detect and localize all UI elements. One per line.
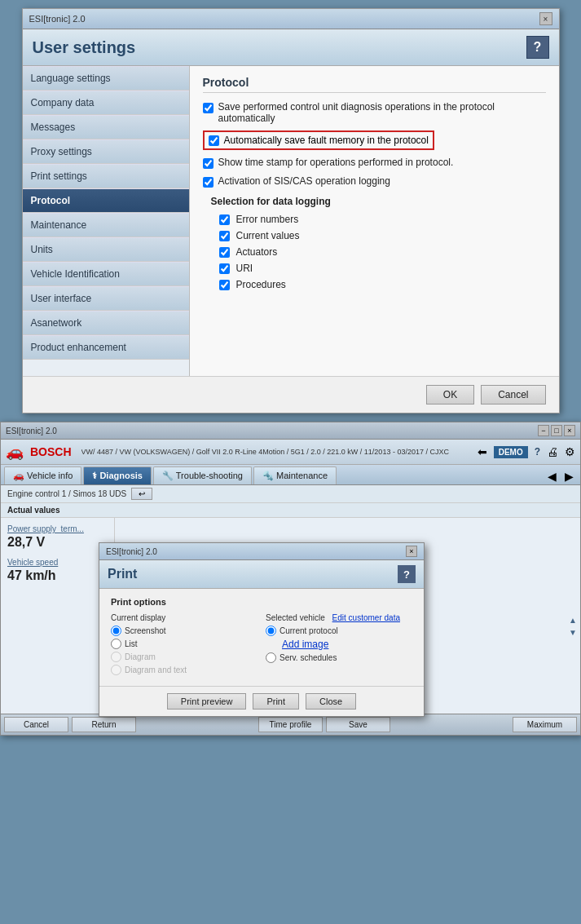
sidebar-item-vehicle-identification[interactable]: Vehicle Identification bbox=[23, 262, 189, 286]
scroll-up-icon[interactable]: ▲ bbox=[569, 616, 577, 625]
checkbox-error-numbers[interactable] bbox=[219, 214, 230, 225]
breadcrumb-path: Engine control 1 / Simos 18 UDS bbox=[7, 489, 126, 498]
close-button[interactable]: × bbox=[564, 425, 575, 436]
spacer2 bbox=[394, 717, 509, 732]
sidebar-item-units[interactable]: Units bbox=[23, 237, 189, 262]
sidebar-item-maintenance[interactable]: Maintenance bbox=[23, 213, 189, 237]
print-option-current-protocol: Current protocol bbox=[266, 626, 412, 636]
vehicle-speed-value: 47 km/h bbox=[7, 568, 108, 583]
sidebar-item-company-data[interactable]: Company data bbox=[23, 91, 189, 115]
sidebar-item-messages[interactable]: Messages bbox=[23, 115, 189, 139]
print-dialog-heading: Print bbox=[108, 567, 137, 581]
label-actuators: Actuators bbox=[236, 246, 278, 258]
edit-customer-data-link[interactable]: Edit customer data bbox=[332, 613, 400, 622]
label-serv-schedules: Serv. schedules bbox=[279, 653, 337, 662]
sidebar-item-asanetwork[interactable]: Asanetwork bbox=[23, 311, 189, 335]
print-preview-button[interactable]: Print preview bbox=[167, 693, 247, 710]
add-image-link[interactable]: Add image bbox=[282, 639, 328, 650]
sidebar-item-proxy-settings[interactable]: Proxy settings bbox=[23, 139, 189, 164]
print-button[interactable]: Print bbox=[253, 693, 299, 710]
tab-next-icon[interactable]: ▶ bbox=[561, 468, 577, 484]
help-button[interactable]: ? bbox=[526, 36, 549, 59]
cancel-bottom-button[interactable]: Cancel bbox=[4, 717, 68, 732]
settings-footer: OK Cancel bbox=[23, 376, 559, 413]
label-list: List bbox=[125, 639, 138, 648]
checkbox-current-values[interactable] bbox=[219, 231, 230, 241]
save-button[interactable]: Save bbox=[326, 717, 390, 732]
spacer bbox=[139, 717, 255, 732]
time-profile-button[interactable]: Time profile bbox=[258, 717, 323, 732]
print-option-diagram: Diagram bbox=[111, 652, 257, 662]
close-print-button[interactable]: Close bbox=[306, 693, 356, 710]
print-col2: Selected vehicle Edit customer data Curr… bbox=[266, 613, 412, 678]
selected-vehicle-label: Selected vehicle bbox=[266, 613, 325, 622]
nav-back-icon[interactable]: ⬅ bbox=[478, 445, 487, 458]
tab-vehicle-info[interactable]: 🚗 Vehicle info bbox=[4, 466, 81, 484]
print-option-diagram-text: Diagram and text bbox=[111, 665, 257, 675]
label-error-numbers: Error numbers bbox=[236, 214, 299, 225]
print-option-screenshot: Screenshot bbox=[111, 626, 257, 636]
settings-title: User settings bbox=[33, 38, 136, 57]
print-icon[interactable]: 🖨 bbox=[547, 445, 558, 458]
checkbox-label-2: Automatically save fault memory in the p… bbox=[224, 135, 429, 146]
checkbox-label-1: Save performed control unit diagnosis op… bbox=[218, 101, 546, 124]
print-col1: Current display Screenshot List Diagram bbox=[111, 613, 257, 678]
checkbox-row-3: Show time stamp for operations performed… bbox=[203, 157, 546, 169]
radio-current-protocol[interactable] bbox=[266, 626, 276, 636]
ok-button[interactable]: OK bbox=[426, 385, 474, 405]
print-options-grid: Current display Screenshot List Diagram bbox=[111, 613, 412, 678]
dl-error-numbers: Error numbers bbox=[219, 214, 546, 225]
radio-list[interactable] bbox=[111, 639, 121, 649]
print-dialog: ESI[tronic] 2.0 × Print ? Print options … bbox=[99, 542, 425, 717]
dl-current-values: Current values bbox=[219, 230, 546, 241]
window-close-button[interactable]: × bbox=[539, 12, 552, 25]
radio-diagram bbox=[111, 652, 121, 662]
print-help-button[interactable]: ? bbox=[398, 565, 416, 583]
checkbox-label-3: Show time stamp for operations performed… bbox=[218, 157, 454, 168]
label-current-values: Current values bbox=[236, 230, 300, 241]
tab-diagnosis[interactable]: ⚕ Diagnosis bbox=[83, 466, 152, 484]
maximum-button[interactable]: Maximum bbox=[513, 717, 577, 732]
print-options-title: Print options bbox=[111, 597, 412, 607]
print-dialog-close-button[interactable]: × bbox=[406, 546, 417, 557]
cancel-button[interactable]: Cancel bbox=[481, 385, 545, 405]
checkbox-actuators[interactable] bbox=[219, 247, 230, 258]
esi-title: ESI[tronic] 2.0 bbox=[6, 427, 57, 435]
section-title: Protocol bbox=[203, 76, 546, 93]
car-tab-icon: 🚗 bbox=[13, 471, 24, 480]
sidebar-item-language-settings[interactable]: Language settings bbox=[23, 66, 189, 91]
breadcrumb: Engine control 1 / Simos 18 UDS ↩ bbox=[1, 485, 580, 503]
checkbox-row-2-highlighted: Automatically save fault memory in the p… bbox=[203, 130, 434, 150]
help-icon[interactable]: ? bbox=[535, 446, 540, 458]
radio-screenshot[interactable] bbox=[111, 626, 121, 636]
settings-body: Language settings Company data Messages … bbox=[23, 66, 559, 376]
dl-actuators: Actuators bbox=[219, 246, 546, 258]
return-button[interactable]: Return bbox=[72, 717, 136, 732]
tab-trouble-shooting[interactable]: 🔧 Trouble-shooting bbox=[153, 466, 252, 484]
sidebar-item-print-settings[interactable]: Print settings bbox=[23, 164, 189, 188]
label-diagram: Diagram bbox=[125, 652, 156, 661]
tab-maintenance[interactable]: 🔩 Maintenance bbox=[253, 466, 337, 484]
tool-icon: 🔩 bbox=[262, 471, 274, 480]
car-icon: 🚗 bbox=[6, 443, 24, 461]
checkbox-save-diagnosis[interactable] bbox=[203, 103, 213, 113]
sidebar-item-protocol[interactable]: Protocol bbox=[23, 188, 189, 213]
user-settings-window: ESI[tronic] 2.0 × User settings ? Langua… bbox=[22, 8, 560, 413]
add-image-row: Add image bbox=[282, 639, 412, 650]
checkbox-procedures[interactable] bbox=[219, 280, 230, 290]
settings-icon[interactable]: ⚙ bbox=[565, 445, 575, 458]
breadcrumb-back-button[interactable]: ↩ bbox=[131, 488, 152, 500]
data-panel: Power supply_term... 28,7 V Vehicle spee… bbox=[1, 518, 115, 714]
tab-prev-icon[interactable]: ◀ bbox=[544, 468, 560, 484]
radio-serv-schedules[interactable] bbox=[266, 652, 276, 663]
sidebar-item-user-interface[interactable]: User interface bbox=[23, 286, 189, 311]
minimize-button[interactable]: − bbox=[538, 425, 549, 436]
checkbox-uri[interactable] bbox=[219, 263, 230, 274]
window-title: ESI[tronic] 2.0 bbox=[29, 14, 86, 24]
sidebar-item-product-enhancement[interactable]: Product enhancement bbox=[23, 335, 189, 360]
checkbox-sis-cas[interactable] bbox=[203, 177, 213, 188]
checkbox-show-timestamp[interactable] bbox=[203, 158, 213, 169]
restore-button[interactable]: □ bbox=[551, 425, 562, 436]
scroll-down-icon[interactable]: ▼ bbox=[569, 628, 577, 637]
checkbox-save-fault-memory[interactable] bbox=[209, 135, 219, 146]
